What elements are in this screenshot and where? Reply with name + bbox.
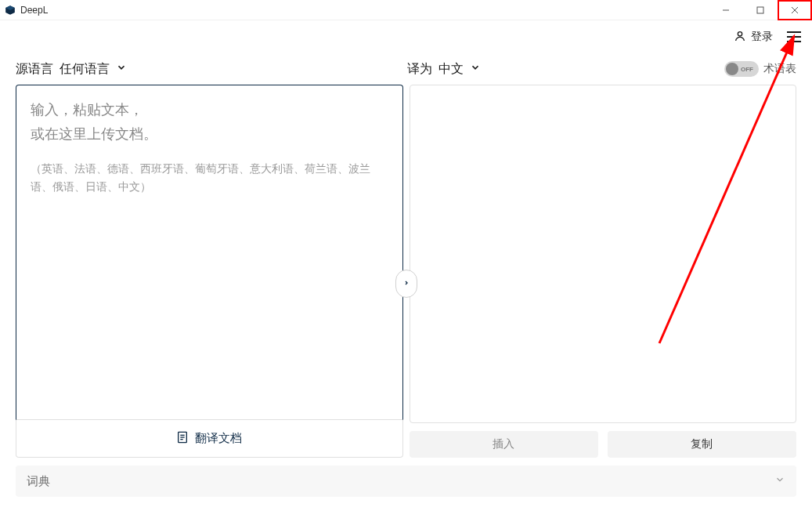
placeholder-line2: 或在这里上传文档。 xyxy=(31,122,388,147)
maximize-button[interactable] xyxy=(743,0,778,20)
login-button[interactable]: 登录 xyxy=(734,30,773,45)
dictionary-bar[interactable]: 词典 xyxy=(16,465,796,497)
placeholder-line1: 输入，粘贴文本， xyxy=(31,98,388,122)
source-panel: 输入，粘贴文本， 或在这里上传文档。 （英语、法语、德语、西班牙语、葡萄牙语、意… xyxy=(16,85,403,458)
glossary-area: OFF 术语表 xyxy=(724,61,796,77)
glossary-toggle[interactable]: OFF xyxy=(724,61,759,77)
source-lang-prefix: 源语言 xyxy=(16,61,53,78)
chevron-down-icon xyxy=(470,62,481,76)
target-panel: 插入 复制 xyxy=(410,85,797,458)
insert-label: 插入 xyxy=(493,437,514,451)
source-panel-footer: 翻译文档 xyxy=(16,420,403,458)
app-title: DeepL xyxy=(20,5,48,16)
target-panel-footer: 插入 复制 xyxy=(410,423,797,458)
document-icon xyxy=(176,430,189,447)
close-button[interactable] xyxy=(778,0,812,20)
target-lang-prefix: 译为 xyxy=(407,61,432,78)
source-placeholder: 输入，粘贴文本， 或在这里上传文档。 xyxy=(31,98,388,146)
source-lang-value: 任何语言 xyxy=(60,61,110,78)
translate-document-button[interactable]: 翻译文档 xyxy=(176,430,242,447)
user-icon xyxy=(734,30,746,45)
language-row: 源语言任何语言 译为中文 OFF 术语表 xyxy=(0,53,812,85)
translate-doc-label: 翻译文档 xyxy=(195,431,242,446)
translation-panels: 输入，粘贴文本， 或在这里上传文档。 （英语、法语、德语、西班牙语、葡萄牙语、意… xyxy=(0,85,812,458)
toggle-state-label: OFF xyxy=(741,66,753,73)
swap-languages-button[interactable] xyxy=(395,270,417,298)
window-controls xyxy=(709,0,812,20)
menu-button[interactable] xyxy=(787,31,801,42)
target-lang-value: 中文 xyxy=(438,61,464,78)
titlebar: DeepL xyxy=(0,0,812,20)
dictionary-label: 词典 xyxy=(27,474,50,489)
chevron-right-icon xyxy=(403,277,410,291)
target-textarea[interactable] xyxy=(410,85,797,423)
copy-button[interactable]: 复制 xyxy=(608,431,796,458)
source-textarea[interactable]: 输入，粘贴文本， 或在这里上传文档。 （英语、法语、德语、西班牙语、葡萄牙语、意… xyxy=(16,85,403,420)
svg-point-6 xyxy=(738,31,742,35)
copy-label: 复制 xyxy=(691,437,713,451)
topbar: 登录 xyxy=(0,20,812,53)
titlebar-left: DeepL xyxy=(5,5,48,16)
chevron-down-icon xyxy=(774,474,785,488)
source-language-selector[interactable]: 源语言任何语言 xyxy=(16,61,127,78)
login-label: 登录 xyxy=(751,30,773,44)
app-logo-icon xyxy=(5,5,16,16)
insert-button[interactable]: 插入 xyxy=(410,431,598,458)
minimize-button[interactable] xyxy=(709,0,743,20)
toggle-knob xyxy=(726,63,738,75)
chevron-down-icon xyxy=(116,62,127,76)
supported-languages-hint: （英语、法语、德语、西班牙语、葡萄牙语、意大利语、荷兰语、波兰语、俄语、日语、中… xyxy=(31,160,388,195)
svg-rect-3 xyxy=(757,7,763,13)
target-language-selector[interactable]: 译为中文 xyxy=(407,61,481,78)
glossary-label: 术语表 xyxy=(763,62,796,76)
